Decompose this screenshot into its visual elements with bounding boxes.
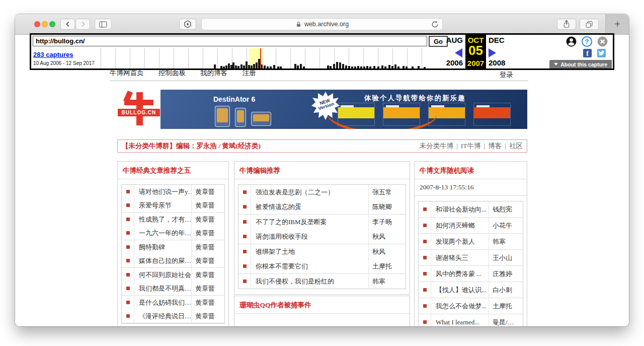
article-title[interactable]: 性成熟了，才有… [134,215,191,224]
facebook-share-button[interactable]: f [583,49,592,57]
list-item[interactable]: 何不回到原始社会黄章晋 [122,268,224,282]
list-item[interactable]: 发现两个新人韩寒 [419,234,523,250]
twitter-share-button[interactable] [597,49,606,57]
list-item[interactable]: 谢谢猪头三王小山 [419,250,523,266]
list-item[interactable]: 《漫评经典说日…黄章晋 [122,309,224,323]
next-month-label[interactable]: DEC [489,36,505,44]
article-title[interactable]: 和谐社会新动向... [431,205,489,214]
list-item[interactable]: 一九六一年的年…黄章晋 [122,226,224,240]
help-button[interactable]: ? [582,36,592,47]
close-window-button[interactable] [34,21,40,27]
list-item[interactable]: 和谐社会新动向...钱烈宪 [419,201,523,218]
about-this-capture-button[interactable]: About this capture [549,60,612,68]
show-tabs-button[interactable] [580,19,599,30]
forward-button[interactable] [75,19,90,30]
extension-button[interactable] [179,19,196,30]
list-item[interactable]: 性成熟了，才有…黄章晋 [122,213,224,226]
article-author[interactable]: 王小山 [489,250,523,265]
sidebar-toggle-button[interactable] [95,19,112,30]
list-item[interactable]: 强迫发表是悲剧（二之一）张五常 [238,185,406,199]
refresh-button[interactable] [431,21,439,28]
list-item[interactable]: 被爱情遗忘的蛋陈晓卿 [238,199,406,215]
list-item[interactable]: 是什么妨碍我们…黄章晋 [122,296,224,309]
captures-timeline[interactable] [101,48,426,68]
article-title[interactable]: 被爱情遗忘的蛋 [251,202,368,212]
article-title[interactable]: 请勿滥用税收手段 [251,232,368,241]
article-title[interactable]: 谢谢猪头三 [431,253,489,262]
article-author[interactable]: 黄章晋 [191,198,224,212]
article-title[interactable]: What I learned... [431,318,489,326]
article-title[interactable]: 请对他们说一声y… [134,187,191,196]
article-author[interactable]: 张五常 [368,185,406,199]
article-title[interactable]: 你根本不需要它们 [251,262,368,271]
article-title[interactable]: 【找人】谁认识... [431,286,489,295]
article-author[interactable]: 钱烈宪 [489,201,523,217]
article-title[interactable]: 阙特勤碑 [134,243,191,252]
article-author[interactable]: 土摩托 [368,259,406,273]
new-tab-button[interactable]: + [605,14,629,34]
article-author[interactable]: 黄章晋 [191,185,224,198]
prev-year-label[interactable]: 2006 [437,58,463,67]
article-author[interactable]: 曼昆/… [489,314,523,326]
article-title[interactable]: 何不回到原始社会 [134,270,191,280]
article-author[interactable]: 黄章晋 [191,268,224,282]
zoom-window-button[interactable] [49,21,55,27]
nav-control-panel-link[interactable]: 控制面板 [158,69,186,77]
list-item[interactable]: 请对他们说一声y…黄章晋 [122,185,224,198]
article-title[interactable]: 一九六一年的年… [134,229,191,238]
address-bar[interactable]: web.archive.org [201,18,443,30]
captures-link[interactable]: 283 captures [33,51,73,58]
site-logo[interactable]: BULLOG.CN [117,90,160,129]
article-title[interactable]: 谁绑架了土地 [251,247,368,256]
article-author[interactable]: 韩寒 [489,234,523,249]
list-item[interactable]: 不了了之的IBM反垄断案李子旸 [238,215,406,229]
article-title[interactable]: 亲爱母亲节 [134,201,191,210]
article-author[interactable]: 黄章晋 [191,254,224,267]
article-author[interactable]: 黄章晋 [191,282,224,295]
next-capture-arrow[interactable] [489,48,496,57]
link-community[interactable]: 社区 [509,142,523,150]
nav-register-link[interactable]: 注册 [243,69,256,77]
link-it[interactable]: IT牛博 [461,142,481,150]
article-title[interactable]: 如何消灭蟑螂 [431,221,489,230]
back-button[interactable] [60,19,75,30]
article-title[interactable]: 是什么妨碍我们… [134,298,191,307]
article-author[interactable]: 白小刺 [489,282,523,298]
list-item[interactable]: 媒体自己拉的屎…黄章晋 [122,254,224,268]
article-title[interactable]: 《漫评经典说日… [134,312,191,321]
list-item[interactable]: 如何消灭蟑螂小花牛 [419,218,523,234]
list-item[interactable]: 我们不侵权，我们是粉红的韩寒 [238,274,406,289]
article-author[interactable]: 黄章晋 [191,240,224,254]
article-author[interactable]: 黄章晋 [191,213,224,226]
close-toolbar-button[interactable] [597,36,608,47]
profile-button[interactable] [566,36,577,47]
article-title[interactable]: 我怎么不会做梦... [431,302,489,311]
article-title[interactable]: 强迫发表是悲剧（二之一） [251,188,368,197]
article-title[interactable]: 不了了之的IBM反垄断案 [251,218,368,227]
list-item[interactable]: 谁绑架了土地秋风 [238,244,406,259]
list-item[interactable]: 请勿滥用税收手段秋风 [238,229,406,244]
article-author[interactable]: 黄章晋 [191,309,224,323]
article-author[interactable]: 韩寒 [368,274,406,289]
article-title[interactable]: 发现两个新人 [431,237,489,246]
nav-home-link[interactable]: 牛博网首页 [110,69,144,77]
list-item[interactable]: 你根本不需要它们土摩托 [238,259,406,274]
article-title[interactable]: 风中的费洛蒙 ... [431,269,489,279]
link-blog[interactable]: 博客 [488,142,502,150]
list-item[interactable]: 风中的费洛蒙 ...庄雅婷 [419,266,523,282]
article-author[interactable]: 秋风 [368,244,406,259]
list-item[interactable]: What I learned...曼昆/… [419,314,523,326]
article-author[interactable]: 陈晓卿 [368,199,406,214]
list-item[interactable]: 亲爱母亲节黄章晋 [122,198,224,213]
article-title[interactable]: 我们不侵权，我们是粉红的 [251,277,368,286]
article-author[interactable]: 小花牛 [489,218,523,233]
nav-my-blog-link[interactable]: 我的博客 [200,69,227,77]
article-title[interactable]: 媒体自己拉的屎… [134,256,191,265]
ad-banner[interactable]: DestinAtor 6 体验个人导航带给你的新乐趣 NEWVersion [160,90,527,129]
article-author[interactable]: 黄章晋 [191,296,224,309]
article-author[interactable]: 庄雅婷 [489,266,523,282]
minimize-window-button[interactable] [42,21,48,27]
wayback-url-input[interactable] [33,36,427,46]
list-item[interactable]: 阙特勤碑黄章晋 [122,240,224,254]
link-uncategorized[interactable]: 未分类牛博 [420,142,454,150]
